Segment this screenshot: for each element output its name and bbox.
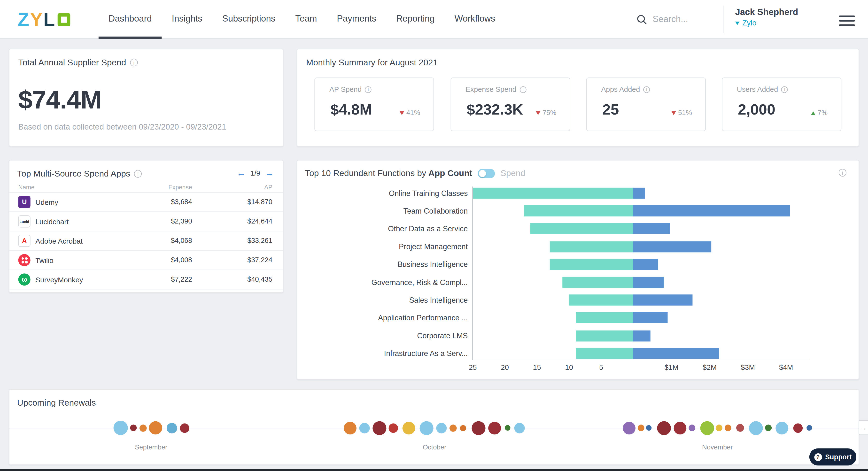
stat-label: Apps Added <box>601 85 650 93</box>
renewal-bubble[interactable] <box>130 425 136 431</box>
count-bar <box>524 206 633 217</box>
total-spend-subtitle: Based on data collected between 09/23/20… <box>18 122 226 131</box>
stat-delta: 75% <box>536 109 557 117</box>
info-icon[interactable] <box>520 86 526 93</box>
info-icon[interactable] <box>643 86 650 93</box>
renewal-bubble[interactable] <box>166 422 177 433</box>
user-name: Jack Shepherd <box>735 7 798 17</box>
top-nav-bar: ZYL DashboardInsightsSubscriptionsTeamPa… <box>0 0 868 39</box>
renewal-bubble[interactable] <box>419 421 433 435</box>
column-header-name: Name <box>18 184 125 190</box>
app-expense: $4,068 <box>126 237 192 245</box>
renewal-bubble[interactable] <box>775 421 788 434</box>
renewal-bubble[interactable] <box>622 421 635 434</box>
count-bar <box>576 312 633 323</box>
delta-up-icon <box>811 111 815 115</box>
renewal-bubble[interactable] <box>388 423 398 433</box>
renewal-bubble[interactable] <box>724 425 731 431</box>
table-row[interactable]: AAdobe Acrobat$4,068$33,261 <box>9 231 283 251</box>
axis-tick-label: 15 <box>533 363 541 371</box>
count-bar <box>569 295 633 306</box>
chart-category-label: Other Data as a Service <box>297 225 473 233</box>
app-ap: $40,435 <box>192 276 272 283</box>
org-switcher[interactable]: Zylo <box>735 19 798 27</box>
user-menu[interactable]: Jack Shepherd Zylo <box>735 7 798 27</box>
total-spend-value: $74.4M <box>18 85 101 115</box>
count-spend-toggle[interactable] <box>478 168 495 178</box>
info-icon[interactable] <box>839 169 846 177</box>
renewal-bubble[interactable] <box>688 425 695 431</box>
renewals-title: Upcoming Renewals <box>17 398 96 408</box>
renewal-bubble[interactable] <box>806 425 812 431</box>
renewal-bubble[interactable] <box>460 425 466 431</box>
nav-payments[interactable]: Payments <box>327 0 386 39</box>
top-apps-title-row: Top Multi-Source Spend Apps <box>17 169 142 179</box>
renewal-bubble[interactable] <box>749 421 763 435</box>
renewal-bubble[interactable] <box>736 424 744 432</box>
nav-subscriptions[interactable]: Subscriptions <box>212 0 285 39</box>
timeline-next-button[interactable]: → <box>859 420 868 435</box>
search-input[interactable] <box>653 14 716 24</box>
nav-team[interactable]: Team <box>285 0 327 39</box>
top-apps-card: Top Multi-Source Spend Apps ← 1/9 → Name… <box>9 160 284 293</box>
renewal-bubble[interactable] <box>139 424 147 432</box>
renewal-bubble[interactable] <box>180 423 189 433</box>
info-icon[interactable] <box>130 59 138 66</box>
table-row[interactable]: LucidLucidchart$2,390$24,644 <box>9 212 283 231</box>
chart-row: Sales Intelligence <box>297 291 859 309</box>
renewal-bubble[interactable] <box>402 421 415 434</box>
redundant-functions-card: Top 10 Redundant Functions by App Count … <box>297 160 859 380</box>
stat-value: 25 <box>602 101 619 118</box>
renewal-bubble[interactable] <box>449 424 457 432</box>
renewal-bubble[interactable] <box>514 422 524 433</box>
renewal-bubble[interactable] <box>343 421 356 434</box>
renewal-bubble[interactable] <box>149 421 162 434</box>
renewal-bubble[interactable] <box>700 421 714 435</box>
nav-insights[interactable]: Insights <box>162 0 212 39</box>
renewal-bubble[interactable] <box>436 422 446 433</box>
chart-y-axis-line <box>472 186 473 360</box>
info-icon[interactable] <box>134 170 142 178</box>
next-page-button[interactable]: → <box>265 169 274 178</box>
prev-page-button[interactable]: ← <box>237 169 246 178</box>
stat-label: AP Spend <box>330 85 372 93</box>
chart-mode-count-label[interactable]: App Count <box>428 168 472 178</box>
table-row[interactable]: Twilio$4,008$37,224 <box>9 251 283 270</box>
table-row[interactable]: ωSurveyMonkey$7,222$40,435 <box>9 270 283 289</box>
app-name: AAdobe Acrobat <box>18 234 125 247</box>
renewal-bubble[interactable] <box>638 425 644 431</box>
renewal-bubble[interactable] <box>505 425 510 431</box>
chart-row: Online Training Classes <box>297 184 859 202</box>
table-row[interactable]: UUdemy$3,684$14,870 <box>9 192 283 212</box>
renewal-bubble[interactable] <box>765 425 772 431</box>
renewal-bubble[interactable] <box>657 421 671 435</box>
apps-table: NameExpenseAP UUdemy$3,684$14,870LucidLu… <box>9 182 283 289</box>
renewal-bubble[interactable] <box>793 423 802 433</box>
zylo-logo[interactable]: ZYL <box>18 9 70 30</box>
axis-tick-label: 5 <box>599 363 603 371</box>
chart-category-label: Application Performance ... <box>297 314 473 322</box>
renewal-bubble[interactable] <box>716 425 722 431</box>
renewal-bubble[interactable] <box>674 421 686 434</box>
chart-category-label: Infrastructure As a Serv... <box>297 349 473 358</box>
stat-value: 2,000 <box>738 101 775 118</box>
logo-letter: Y <box>30 9 43 30</box>
renewal-bubble[interactable] <box>471 421 485 435</box>
chart-mode-spend-label[interactable]: Spend <box>500 168 525 178</box>
renewal-bubble[interactable] <box>488 421 501 434</box>
info-icon[interactable] <box>781 86 788 93</box>
nav-reporting[interactable]: Reporting <box>386 0 445 39</box>
stat-box-users-added: Users Added2,0007% <box>722 77 842 131</box>
renewal-bubble[interactable] <box>359 422 369 433</box>
chart-row: Business Intelligence <box>297 255 859 273</box>
nav-workflows[interactable]: Workflows <box>445 0 505 39</box>
info-icon[interactable] <box>365 86 372 93</box>
renewal-bubble[interactable] <box>372 421 386 435</box>
axis-tick-label: 10 <box>565 363 573 371</box>
support-button[interactable]: ? Support <box>809 448 857 465</box>
renewal-bubble[interactable] <box>114 420 128 435</box>
month-label: November <box>702 443 733 451</box>
renewal-bubble[interactable] <box>646 425 651 431</box>
nav-dashboard[interactable]: Dashboard <box>99 0 162 39</box>
hamburger-menu-icon[interactable] <box>839 15 855 29</box>
